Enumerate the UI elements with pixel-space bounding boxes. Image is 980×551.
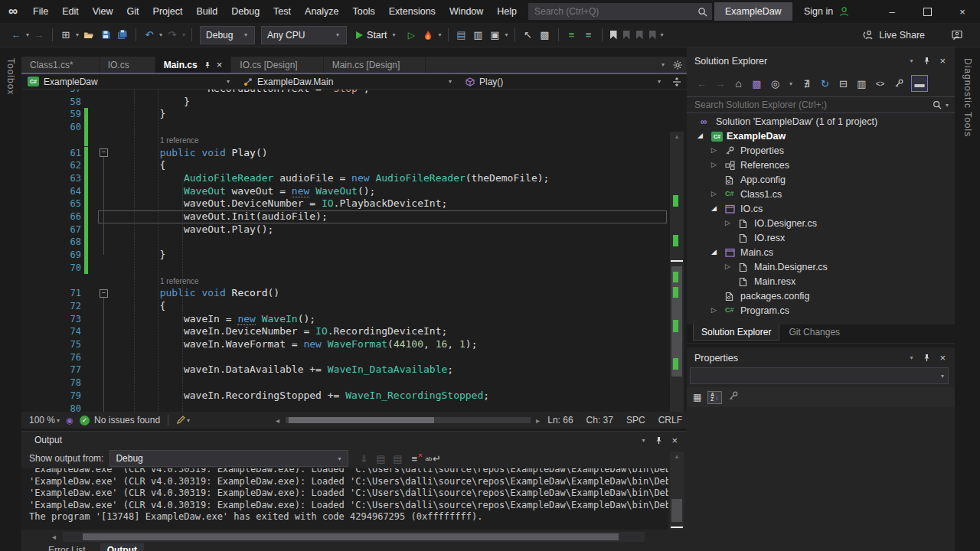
menu-tools[interactable]: Tools bbox=[346, 0, 382, 23]
hot-reload-caret-icon[interactable]: ▾ bbox=[438, 31, 441, 38]
select-tool-icon[interactable]: ↖ bbox=[522, 28, 534, 43]
collapse-region-icon[interactable]: − bbox=[100, 289, 108, 298]
refresh-icon[interactable]: ↻ bbox=[819, 77, 831, 90]
code-line[interactable]: 72 { bbox=[21, 300, 687, 313]
menu-git[interactable]: Git bbox=[120, 0, 146, 23]
code-line[interactable]: 68 bbox=[21, 236, 687, 249]
sign-in-button[interactable]: Sign in bbox=[804, 0, 850, 23]
code-line[interactable]: 67 waveOut.Play(); bbox=[21, 223, 687, 236]
se-back-icon[interactable]: ← bbox=[696, 77, 707, 90]
code-line[interactable]: 69 } bbox=[21, 249, 687, 262]
view-code-icon[interactable]: <> bbox=[874, 77, 886, 90]
code-line[interactable]: 79 waveIn.RecordingStopped += WaveIn_Rec… bbox=[21, 390, 687, 403]
pen-caret-icon[interactable]: ▾ bbox=[187, 417, 190, 424]
indent-lines-icon[interactable]: ≡ bbox=[566, 28, 578, 43]
code-line[interactable]: 65 waveOut.DeviceNumber = IO.PlaybackDev… bbox=[21, 197, 687, 210]
code-line[interactable]: 61− public void Play() bbox=[21, 147, 687, 160]
space-indicator[interactable]: SPC bbox=[626, 415, 645, 425]
panel-tab-solution-explorer[interactable]: Solution Explorer bbox=[693, 324, 779, 341]
pin-tab-icon[interactable] bbox=[204, 61, 211, 69]
project-dropdown[interactable]: C# ExampleDaw ▾ bbox=[21, 74, 237, 89]
pin-icon[interactable] bbox=[655, 436, 663, 445]
tree-item-class1-cs[interactable]: ▷C#Class1.cs bbox=[687, 187, 955, 202]
clear-all-icon[interactable]: ≡× bbox=[408, 451, 420, 466]
menu-view[interactable]: View bbox=[86, 0, 120, 23]
diagnostic-tools-side-tab[interactable]: Diagnostic Tools bbox=[955, 47, 980, 551]
close-panel-icon[interactable]: × bbox=[671, 435, 678, 446]
close-panel-icon[interactable]: × bbox=[939, 55, 946, 67]
open-file-icon[interactable] bbox=[83, 28, 95, 43]
collapse-all-icon[interactable]: ⊟ bbox=[838, 77, 849, 90]
nav-forward-icon[interactable]: → bbox=[33, 28, 45, 43]
tree-item-exampledaw[interactable]: ◢C#ExampleDaw bbox=[687, 129, 955, 144]
output-horizontal-scrollbar[interactable] bbox=[63, 532, 645, 542]
toggle-bookmark-icon[interactable] bbox=[610, 31, 617, 40]
preview-selected-items-icon[interactable]: ▬ bbox=[911, 75, 928, 92]
codelens-references[interactable]: 1 reference bbox=[112, 135, 199, 147]
toolbox-side-tab[interactable]: Toolbox bbox=[0, 47, 21, 551]
redo-caret-icon[interactable]: ▾ bbox=[182, 31, 185, 38]
pending-changes-filter-icon[interactable]: ◎ bbox=[769, 77, 781, 90]
hot-reload-icon[interactable] bbox=[422, 28, 434, 43]
code-line[interactable]: 70 bbox=[21, 262, 687, 275]
code-line[interactable]: 71− public void Record() bbox=[21, 287, 687, 300]
hscroll-left-icon[interactable]: ◂ bbox=[276, 416, 279, 425]
tab-main-cs-design-[interactable]: Main.cs [Design] bbox=[324, 57, 426, 73]
scrollbar-thumb[interactable] bbox=[289, 417, 434, 423]
format-lines-icon[interactable]: ≡ bbox=[583, 28, 595, 43]
switch-views-icon[interactable]: ∄︎ bbox=[801, 77, 812, 90]
output-vertical-scrollbar[interactable]: ▴ bbox=[670, 452, 684, 530]
new-project-caret-icon[interactable]: ▾ bbox=[76, 31, 79, 38]
scroll-up-icon[interactable]: ▴ bbox=[670, 132, 684, 140]
pin-icon[interactable] bbox=[923, 354, 931, 362]
tab-options-gear-icon[interactable] bbox=[673, 60, 682, 70]
code-line[interactable]: 78 bbox=[21, 377, 687, 390]
solution-configurations-dropdown[interactable]: Debug▾ bbox=[200, 26, 255, 44]
menu-debug[interactable]: Debug bbox=[224, 0, 266, 23]
collapsed-arrow-icon[interactable]: ▷ bbox=[725, 262, 730, 270]
hscroll-right-icon[interactable]: ▸ bbox=[536, 416, 540, 425]
properties-wrench-icon[interactable] bbox=[893, 77, 904, 90]
code-line[interactable]: 80 bbox=[21, 403, 687, 412]
hscroll-left-icon[interactable]: ◂ bbox=[52, 532, 56, 542]
undo-caret-icon[interactable]: ▾ bbox=[159, 31, 162, 38]
menu-window[interactable]: Window bbox=[443, 0, 490, 23]
solution-platforms-dropdown[interactable]: Any CPU▾ bbox=[261, 26, 347, 44]
bookmark-caret-icon[interactable]: ▾ bbox=[661, 31, 664, 38]
tab-list-caret-icon[interactable]: ▾ bbox=[662, 61, 665, 68]
word-wrap-icon[interactable]: ab↵ bbox=[425, 451, 441, 466]
code-line[interactable]: 76 bbox=[21, 351, 687, 364]
find-message-icon[interactable]: ⇓ bbox=[358, 451, 370, 466]
code-line[interactable]: 57 RecordButton.Text = "Stop"; bbox=[21, 90, 687, 96]
search-options-caret-icon[interactable]: ▾ bbox=[946, 102, 949, 109]
tree-item-references[interactable]: ▷References bbox=[687, 158, 955, 173]
code-line[interactable]: 63 AudioFileReader audioFile = new Audio… bbox=[21, 172, 687, 185]
feedback-button[interactable] bbox=[951, 23, 963, 47]
property-pages-key-icon[interactable] bbox=[728, 390, 738, 404]
minimize-icon[interactable]: – bbox=[874, 0, 910, 23]
eol-indicator[interactable]: CRLF bbox=[658, 415, 682, 425]
ink-pen-icon[interactable] bbox=[176, 416, 185, 425]
categorized-icon[interactable]: ▦ bbox=[693, 392, 701, 403]
menu-build[interactable]: Build bbox=[189, 0, 224, 23]
goto-next-message-icon[interactable]: ▤ bbox=[391, 451, 403, 466]
tab-io-cs[interactable]: IO.cs bbox=[100, 57, 155, 73]
code-line[interactable]: 73 waveIn = new WaveIn(); bbox=[21, 313, 687, 326]
start-caret-icon[interactable]: ▾ bbox=[392, 31, 395, 38]
nav-back-icon[interactable]: ← bbox=[10, 28, 22, 43]
zoom-caret-icon[interactable]: ▾ bbox=[57, 417, 60, 424]
start-without-debugging-icon[interactable]: ▷ bbox=[405, 28, 417, 43]
tree-item-io-resx[interactable]: IO.resx bbox=[687, 231, 955, 246]
tree-item-io-cs[interactable]: ◢IO.cs bbox=[687, 202, 955, 217]
copy-document-icon[interactable]: ▩ bbox=[539, 28, 551, 43]
save-icon[interactable] bbox=[100, 28, 112, 43]
start-debugging-button[interactable]: Start ▾ bbox=[356, 30, 397, 41]
tree-item-io-designer-cs[interactable]: ▷IO.Designer.cs bbox=[687, 217, 955, 231]
health-status[interactable]: No issues found bbox=[94, 415, 160, 425]
code-editor[interactable]: 57 RecordButton.Text = "Stop";58 }59 }60… bbox=[21, 90, 687, 412]
solution-explorer-search[interactable]: ▾ bbox=[687, 96, 955, 113]
code-line[interactable]: 58 } bbox=[21, 96, 687, 109]
solution-badge[interactable]: ExampleDaw bbox=[714, 2, 792, 21]
nav-back-caret-icon[interactable]: ▾ bbox=[26, 31, 29, 38]
menu-project[interactable]: Project bbox=[146, 0, 190, 23]
